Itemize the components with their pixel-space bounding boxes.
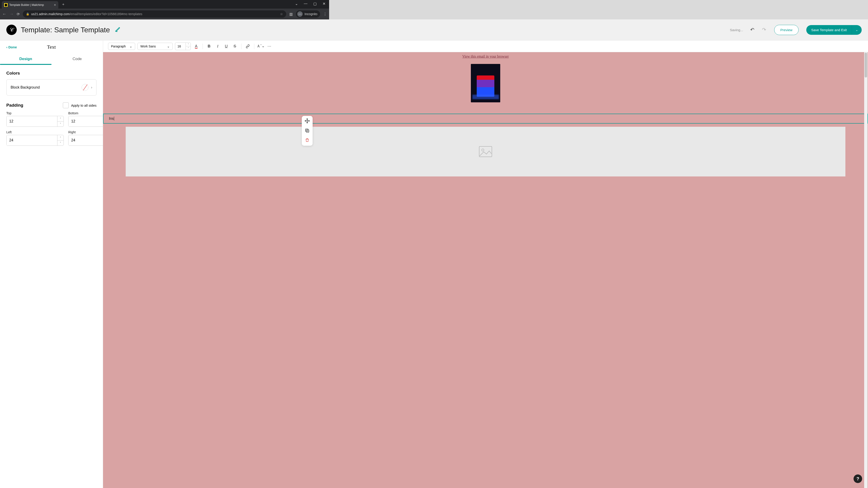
back-button[interactable]: ←	[2, 12, 6, 17]
underline-button[interactable]: U	[223, 44, 229, 48]
stepper-down-icon[interactable]: ˅	[57, 140, 64, 146]
stepper-up-icon[interactable]: ˄	[57, 135, 64, 140]
page-title: Template: Sample Template	[21, 26, 110, 34]
url-host: us21.admin.mailchimp.com	[31, 12, 70, 16]
mailchimp-favicon: ⬤	[4, 3, 8, 7]
text-block-content[interactable]: Ins	[109, 117, 114, 121]
image-placeholder-block[interactable]	[126, 127, 329, 176]
canvas-scroll[interactable]: View this email in your browser Ins	[103, 52, 329, 184]
tab-title: Template Builder | Mailchimp	[9, 3, 52, 6]
edit-title-button[interactable]	[115, 26, 121, 33]
window-close-icon[interactable]: ✕	[322, 2, 326, 6]
move-icon	[305, 118, 310, 124]
trash-icon	[305, 138, 309, 142]
padding-left-input[interactable]	[6, 135, 57, 145]
padding-top-input[interactable]	[6, 116, 57, 127]
block-format-select[interactable]: Paragraph ⌄	[108, 43, 135, 50]
stepper-down-icon[interactable]: ˅	[186, 46, 191, 50]
chevron-down-icon[interactable]: ⌄	[295, 2, 298, 6]
tab-code[interactable]: Code	[52, 54, 103, 65]
logo-image-block[interactable]	[126, 61, 329, 105]
move-block-button[interactable]	[305, 118, 310, 125]
window-maximize-icon[interactable]: ▢	[313, 2, 317, 6]
new-tab-button[interactable]: ＋	[61, 2, 65, 7]
duplicate-block-button[interactable]	[305, 128, 310, 134]
bookmark-star-icon[interactable]: ☆	[280, 12, 283, 16]
divider	[254, 43, 254, 49]
padding-bottom-label: Bottom	[68, 111, 103, 115]
view-in-browser-link[interactable]: View this email in your browser	[126, 52, 329, 61]
close-tab-icon[interactable]: ✕	[54, 3, 56, 6]
padding-left-stepper[interactable]: ˄˅	[6, 135, 64, 146]
sidebar: ‹ Done Text Design Code Colors Block Bac…	[0, 40, 103, 184]
extensions-icon[interactable]: ▥	[289, 12, 293, 16]
font-family-select[interactable]: Work Sans ⌄	[137, 43, 173, 50]
forward-button: →	[9, 12, 13, 17]
email-canvas[interactable]: View this email in your browser Ins	[103, 52, 329, 184]
bold-button[interactable]: B	[206, 44, 212, 48]
delete-block-button[interactable]	[305, 138, 309, 143]
address-bar[interactable]: 🔒 us21.admin.mailchimp.com/email/templat…	[23, 10, 286, 18]
browser-chrome: ⬤ Template Builder | Mailchimp ✕ ＋ ⌄ — ▢…	[0, 0, 329, 20]
stepper-up-icon[interactable]: ˄	[186, 43, 191, 46]
link-icon	[246, 44, 250, 48]
incognito-label: Incognito	[305, 12, 317, 16]
browser-tab[interactable]: ⬤ Template Builder | Mailchimp ✕	[2, 1, 58, 8]
chevron-down-icon: ⌄	[167, 44, 170, 48]
more-options-button[interactable]: ⋯	[266, 44, 272, 48]
block-action-toolbar	[302, 116, 313, 146]
incognito-icon: 👓	[297, 11, 303, 17]
stepper-down-icon[interactable]: ˅	[57, 122, 64, 127]
checkbox-unchecked-icon[interactable]	[63, 102, 69, 108]
padding-right-input[interactable]	[68, 135, 103, 145]
padding-heading: Padding	[6, 103, 23, 108]
font-size-input[interactable]	[175, 44, 186, 48]
styles-button[interactable]: Ａ+ ⌄	[257, 43, 264, 49]
chevron-down-icon: ⌄	[129, 44, 132, 48]
apply-all-sides-toggle[interactable]: Apply to all sides	[63, 102, 96, 108]
chevron-left-icon: ‹	[6, 45, 7, 49]
done-button[interactable]: ‹ Done	[6, 45, 17, 49]
link-button[interactable]	[245, 44, 251, 48]
lock-icon: 🔒	[26, 12, 29, 15]
font-size-stepper[interactable]: ˄˅	[175, 42, 191, 50]
block-background-row[interactable]: Block Background ›	[6, 79, 96, 96]
padding-top-stepper[interactable]: ˄˅	[6, 116, 64, 127]
reload-button[interactable]: ⟳	[17, 12, 20, 16]
padding-right-label: Right	[68, 130, 103, 134]
italic-button[interactable]: I	[215, 44, 221, 48]
chevron-right-icon: ›	[91, 86, 92, 90]
editor-toolbar: Paragraph ⌄ Work Sans ⌄ ˄˅ A B I U S Ａ+ …	[103, 40, 329, 52]
incognito-indicator[interactable]: 👓 Incognito	[296, 10, 320, 18]
color-swatch-none-icon	[82, 84, 88, 91]
url-path: /email/templates/editor?id=10566189#mc-t…	[70, 12, 143, 16]
padding-right-stepper[interactable]: ˄˅	[68, 135, 103, 146]
sidebar-title: Text	[47, 44, 56, 50]
padding-bottom-stepper[interactable]: ˄˅	[68, 116, 103, 127]
tab-design[interactable]: Design	[0, 54, 52, 65]
window-minimize-icon[interactable]: —	[304, 2, 307, 6]
padding-left-label: Left	[6, 130, 64, 134]
padding-bottom-input[interactable]	[68, 116, 103, 127]
colors-heading: Colors	[6, 71, 96, 76]
strikethrough-button[interactable]: S	[232, 44, 238, 48]
text-color-button[interactable]: A	[193, 44, 199, 48]
stepper-up-icon[interactable]: ˄	[57, 116, 64, 122]
pencil-icon	[115, 26, 121, 32]
kebab-menu-icon[interactable]: ⋮	[323, 12, 327, 16]
mailchimp-logo[interactable]: 𝒞	[6, 25, 17, 35]
app-header: 𝒞 Template: Sample Template Saving... ↶ …	[0, 20, 329, 40]
window-controls: ⌄ — ▢ ✕	[295, 2, 329, 6]
padding-top-label: Top	[6, 111, 64, 115]
text-block-selected[interactable]: Ins	[103, 113, 329, 124]
divider	[203, 43, 203, 49]
duplicate-icon	[305, 128, 310, 133]
block-background-label: Block Background	[11, 86, 40, 90]
